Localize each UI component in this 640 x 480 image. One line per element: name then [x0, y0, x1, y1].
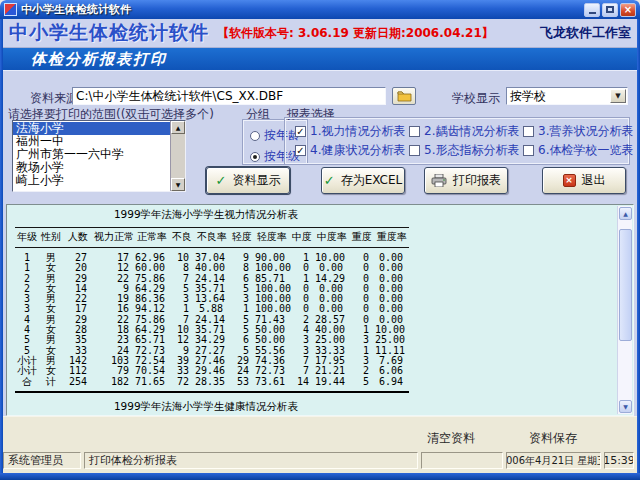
save-excel-button[interactable]: ✓ 存为EXCEL [321, 167, 405, 194]
report-checkbox[interactable]: 6.体检学校一览表 [523, 142, 631, 159]
column-header: 性别 [39, 228, 63, 248]
column-header: 人数 [63, 228, 93, 248]
cell: 0 [289, 284, 315, 294]
school-listbox[interactable]: 法海小学福州一中广州市第一一六中学教场小学崎上小学 ▲ ▼ [12, 120, 186, 192]
source-path-input[interactable] [72, 87, 386, 105]
data-display-button[interactable]: ✓ 资料显示 [206, 167, 290, 194]
scroll-up-icon[interactable]: ▲ [171, 121, 185, 134]
school-list-item[interactable]: 法海小学 [13, 122, 170, 135]
cell: 0 [289, 263, 315, 273]
print-report-label: 打印报表 [453, 172, 501, 189]
cell: 53 [229, 377, 255, 392]
cell: 3 [349, 335, 375, 345]
column-header: 重度率 [375, 228, 409, 248]
school-display-dropdown[interactable]: 按学校 ▼ [506, 87, 628, 105]
checkbox-label: 4.健康状况分析表 [310, 142, 405, 159]
report-title: 1999学年法海小学学生视力情况分析表 [15, 208, 397, 222]
save-excel-label: 存为EXCEL [341, 172, 403, 189]
table-header-row: 年级性别人数视力正常正常率不良不良率轻度轻度率中度中度率重度重度率 [15, 228, 409, 248]
cell: 8 [169, 263, 195, 273]
cell: 5 [229, 284, 255, 294]
cell: 5 [229, 325, 255, 335]
checkbox-label: 6.体检学校一览表 [538, 142, 633, 159]
checkbox-icon [523, 126, 534, 137]
cell: 19.44 [315, 377, 349, 392]
display-scrollbar[interactable]: ▲ ▼ [617, 206, 632, 414]
checkbox-label: 5.形态指标分析表 [424, 142, 519, 159]
cell: 37.04 [195, 248, 229, 264]
cell: 6 [229, 335, 255, 345]
close-button[interactable]: × [620, 3, 636, 17]
school-list-item[interactable]: 崎上小学 [13, 174, 170, 187]
cell: 9 [229, 248, 255, 264]
checkbox-icon [409, 145, 420, 156]
cell: 8 [229, 263, 255, 273]
status-user: 系统管理员 [3, 452, 81, 469]
check-icon: ✓ [216, 174, 227, 187]
section-title-bar: 体检分析报表打印 [3, 48, 637, 71]
column-header: 重度 [349, 228, 375, 248]
browse-folder-button[interactable] [392, 87, 416, 105]
column-header: 轻度 [229, 228, 255, 248]
window-border [0, 19, 3, 480]
column-header: 中度率 [315, 228, 349, 248]
cell: 0 [289, 304, 315, 314]
cell: 3 [289, 346, 315, 356]
minimize-button[interactable] [584, 3, 600, 17]
status-action: 打印体检分析报表 [84, 452, 418, 469]
list-scrollbar[interactable]: ▲ ▼ [170, 121, 185, 191]
maximize-button[interactable] [602, 3, 618, 17]
report-checkbox[interactable]: 2.龋齿情况分析表 [409, 123, 523, 140]
scrollbar-thumb[interactable] [619, 229, 632, 341]
check-icon: ✓ [324, 174, 335, 187]
report-checkbox[interactable]: 3.营养状况分析表 [523, 123, 631, 140]
cell: 71.65 [135, 377, 169, 392]
cell: 5 [349, 377, 375, 392]
exit-button[interactable]: × 退出 [542, 167, 626, 194]
version-info: 【软件版本号: 3.06.19 更新日期:2006.04.21】 [217, 25, 540, 42]
report-checkbox[interactable]: ✓1.视力情况分析表 [295, 123, 409, 140]
cell: 12 [169, 335, 195, 345]
cell: 28.35 [195, 377, 229, 392]
cell: 0 [349, 263, 375, 273]
print-report-button[interactable]: 打印报表 [424, 167, 508, 194]
clear-data-button[interactable]: 清空资料 [427, 430, 475, 447]
printer-icon [431, 174, 447, 187]
cell: 0 [349, 304, 375, 314]
scroll-down-icon[interactable]: ▼ [171, 178, 185, 191]
checkbox-label: 1.视力情况分析表 [310, 123, 405, 140]
radio-icon [250, 152, 260, 162]
cell: 男 [39, 248, 63, 264]
cell: 14 [289, 377, 315, 392]
cell: 254 [63, 377, 93, 392]
cell: 合 [15, 377, 39, 392]
cell: 2 [289, 315, 315, 325]
cell: 0.00 [375, 248, 409, 264]
scroll-down-icon[interactable]: ▼ [619, 400, 632, 413]
checkbox-label: 3.营养状况分析表 [538, 123, 633, 140]
school-list-item[interactable]: 广州市第一一六中学 [13, 148, 170, 161]
radio-icon [250, 131, 260, 141]
save-data-button[interactable]: 资料保存 [529, 430, 577, 447]
cell: 3 [229, 294, 255, 304]
status-empty-cell [421, 452, 503, 469]
checkbox-icon: ✓ [295, 126, 306, 137]
dropdown-value: 按学校 [507, 88, 610, 105]
school-list-item[interactable]: 教场小学 [13, 161, 170, 174]
window-title: 中小学生体检统计软件 [21, 2, 584, 17]
chevron-down-icon[interactable]: ▼ [610, 89, 626, 103]
exit-label: 退出 [582, 172, 606, 189]
school-list-item[interactable]: 福州一中 [13, 135, 170, 148]
scroll-up-icon[interactable]: ▲ [619, 207, 632, 220]
next-report-title: 1999学年法海小学学生健康情况分析表 [15, 400, 397, 414]
title-bar[interactable]: 中小学生体检统计软件 × [0, 0, 640, 19]
exit-icon: × [563, 174, 576, 187]
cell: 27 [63, 248, 93, 264]
report-checkbox[interactable]: 5.形态指标分析表 [409, 142, 523, 159]
cell: 7 [169, 274, 195, 284]
cell: 3 [169, 294, 195, 304]
cell: 73.61 [255, 377, 289, 392]
checkbox-label: 2.龋齿情况分析表 [424, 123, 519, 140]
maximize-icon [606, 6, 614, 13]
report-checkbox[interactable]: ✓4.健康状况分析表 [295, 142, 409, 159]
